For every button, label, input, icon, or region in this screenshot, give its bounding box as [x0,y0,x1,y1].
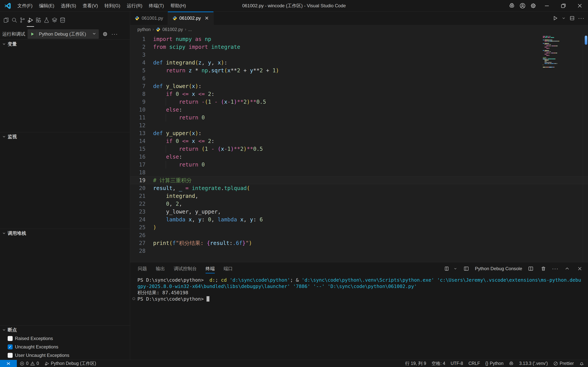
split-terminal-icon[interactable] [527,265,535,273]
panel-tab-0[interactable]: 问题 [138,262,147,275]
launch-profile-chevron-icon[interactable] [453,265,458,273]
line-number[interactable]: 21 [130,192,153,200]
run-dropdown-chevron-icon[interactable] [561,14,566,22]
debug-start-icon[interactable] [30,32,35,37]
breakpoint-row[interactable]: User Uncaught Exceptions [0,351,130,359]
search-icon[interactable] [10,13,18,27]
line-number[interactable]: 6 [130,75,153,82]
section-breakpoints[interactable]: 断点 Raised Exceptions✓Uncaught Exceptions… [0,325,130,360]
layers-icon[interactable] [50,13,59,27]
line-number[interactable]: 3 [130,51,153,59]
menu-item-0[interactable]: 文件(F) [14,0,36,11]
line-number[interactable]: 16 [130,153,153,161]
code-line[interactable]: 27print(f"积分结果: {result:.6f}") [130,239,588,247]
debug-settings-gear-icon[interactable] [101,30,109,38]
code-line[interactable]: 21 integrand, [130,192,588,200]
formatter-status[interactable]: Prettier [550,361,577,366]
code-line[interactable]: 20result, _ = integrate.tplquad( [130,184,588,192]
encoding[interactable]: UTF-8 [448,361,466,366]
line-number[interactable]: 12 [130,122,153,129]
code-line[interactable]: 17 return 0 [130,161,588,169]
code-line[interactable]: 10 else: [130,106,588,114]
checkbox[interactable]: ✓ [8,344,13,349]
run-and-debug-icon[interactable] [26,13,34,27]
minimize-icon[interactable] [539,0,555,11]
scrollbar-thumb[interactable] [585,36,587,45]
breakpoint-row[interactable]: ✓Uncaught Exceptions [0,343,130,351]
code-line[interactable]: 6 [130,75,588,82]
source-control-icon[interactable] [18,13,26,27]
code-line[interactable]: 15 return (1 - (x-1)**2)**0.5 [130,145,588,153]
line-number[interactable]: 10 [130,106,153,114]
line-number[interactable]: 5 [130,67,153,75]
breadcrumb-folder[interactable]: python [137,27,151,32]
remote-indicator[interactable] [0,360,17,367]
settings-gear-icon[interactable] [528,0,539,11]
menu-item-5[interactable]: 运行(R) [124,0,145,11]
breakpoint-row[interactable]: Raised Exceptions [0,334,130,343]
indentation[interactable]: 空格: 4 [429,360,448,367]
panel-tab-4[interactable]: 端口 [224,262,233,275]
run-python-file-icon[interactable] [551,14,559,22]
code-line[interactable]: 19# 计算三重积分 [130,176,588,184]
line-number[interactable]: 14 [130,137,153,145]
explorer-icon[interactable] [2,13,10,27]
code-line[interactable]: 14 if 0 <= x <= 2: [130,137,588,145]
line-number[interactable]: 18 [130,169,153,176]
line-number[interactable]: 26 [130,231,153,239]
line-number[interactable]: 9 [130,98,153,106]
line-number[interactable]: 24 [130,216,153,224]
panel-tab-3[interactable]: 终端 [206,262,215,275]
code-line[interactable]: 3 [130,51,588,59]
debug-status[interactable]: Python Debug (工作区) [42,360,99,367]
copilot-status[interactable] [506,361,516,366]
line-number[interactable]: 27 [130,239,153,247]
code-line[interactable]: 22 0, 2, [130,200,588,208]
menu-item-2[interactable]: 选择(S) [58,0,79,11]
line-number[interactable]: 2 [130,43,153,51]
more-actions-icon[interactable]: ··· [552,266,559,272]
code-line[interactable]: 11 return 0 [130,114,588,122]
kill-terminal-trash-icon[interactable] [539,265,547,273]
line-number[interactable]: 4 [130,59,153,67]
menu-item-7[interactable]: 帮助(H) [167,0,189,11]
terminal[interactable]: PS D:\sync\code\python> d:; cd 'd:\sync\… [130,275,588,360]
notifications[interactable] [577,361,588,366]
code-line[interactable]: 1import numpy as np [130,35,588,43]
breadcrumb-more[interactable]: ... [188,27,192,32]
code-line[interactable]: 5 return z * np.sqrt(x**2 + y**2 + 1) [130,67,588,75]
language-mode[interactable]: {} Python [483,361,506,366]
code-line[interactable]: 23 y_lower, y_upper, [130,208,588,216]
database-icon[interactable] [59,13,67,27]
line-number[interactable]: 22 [130,200,153,208]
menu-item-4[interactable]: 转到(G) [101,0,124,11]
line-number[interactable]: 15 [130,145,153,153]
line-number[interactable]: 7 [130,82,153,90]
python-interpreter[interactable]: 3.13.3 ('.venv') [516,361,550,366]
code-line[interactable]: 4def integrand(z, y, x): [130,59,588,67]
code-line[interactable]: 28 [130,247,588,255]
debug-config-select[interactable]: Python Debug (工作区) [28,29,99,39]
line-number[interactable]: 23 [130,208,153,216]
line-number[interactable]: 25 [130,224,153,231]
section-call-stack[interactable]: 调用堆栈 [0,229,130,325]
minimap[interactable] [543,36,581,69]
copilot-icon[interactable] [506,0,517,11]
breadcrumb[interactable]: python › 061002.py › ... [130,25,588,34]
account-icon[interactable] [517,0,528,11]
code-line[interactable]: 24 lambda x, y: 0, lambda x, y: 6 [130,216,588,224]
menu-item-6[interactable]: 终端(T) [146,0,167,11]
tab-061002[interactable]: 061002.py ✕ [168,11,214,25]
code-line[interactable]: 25) [130,224,588,231]
command-decoration-icon[interactable] [133,297,135,300]
code-line[interactable]: 16 else: [130,153,588,161]
menu-item-3[interactable]: 查看(V) [79,0,101,11]
more-actions-icon[interactable]: ··· [578,15,585,21]
problems-indicator[interactable]: 0 0 [17,361,42,366]
section-variables[interactable]: 变量 [0,39,130,132]
split-editor-icon[interactable] [568,14,576,22]
code-editor[interactable]: 1import numpy as np2from scipy import in… [130,34,588,262]
code-line[interactable]: 18 [130,169,588,176]
code-line[interactable]: 7def y_lower(x): [130,82,588,90]
code-line[interactable]: 2from scipy import integrate [130,43,588,51]
